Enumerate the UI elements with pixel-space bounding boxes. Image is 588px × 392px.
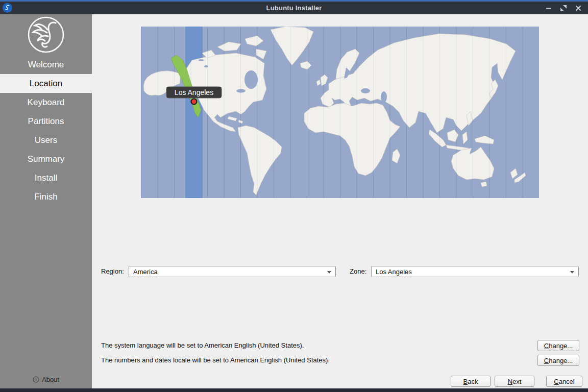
- sidebar-item-users[interactable]: Users: [0, 131, 92, 150]
- minimize-icon: [546, 5, 552, 11]
- location-page: Los Angeles Region: America Zone: Los An…: [92, 14, 588, 388]
- sidebar-item-install[interactable]: Install: [0, 168, 92, 187]
- window-controls: [545, 5, 588, 12]
- chevron-down-icon: [570, 271, 574, 274]
- region-label: Region:: [101, 266, 124, 277]
- timezone-map-svg: Los Angeles: [141, 27, 539, 198]
- city-tooltip: Los Angeles: [166, 87, 222, 98]
- language-change-button[interactable]: Change...: [537, 340, 579, 351]
- sidebar-item-label: Install: [35, 173, 57, 183]
- sidebar-item-keyboard[interactable]: Keyboard: [0, 93, 92, 112]
- about-button[interactable]: About: [0, 373, 92, 385]
- hummingbird-glyph: [4, 5, 11, 11]
- back-button[interactable]: Back: [451, 376, 491, 387]
- restore-icon: [560, 5, 567, 11]
- wizard-nav: Back Next Cancel: [92, 376, 588, 387]
- zone-value: Los Angeles: [376, 268, 412, 276]
- sidebar-item-label: Keyboard: [28, 97, 65, 108]
- sidebar-item-label: Partitions: [28, 116, 64, 127]
- sidebar-item-label: Users: [35, 135, 57, 145]
- close-button[interactable]: [575, 5, 582, 12]
- lubuntu-app-icon: [3, 3, 12, 13]
- bottom-panel-strip: [0, 388, 588, 392]
- numbers-change-button[interactable]: Change...: [537, 355, 579, 366]
- zone-label: Zone:: [350, 266, 366, 277]
- numbers-summary-text: The numbers and dates locale will be set…: [101, 355, 330, 366]
- chevron-down-icon: [327, 271, 331, 274]
- info-icon: [33, 376, 39, 383]
- cancel-button[interactable]: Cancel: [546, 376, 582, 387]
- sidebar-item-label: Location: [30, 79, 62, 89]
- sidebar: Welcome Location Keyboard Partitions Use…: [0, 14, 92, 388]
- lubuntu-logo: [0, 14, 92, 55]
- titlebar: Lubuntu Installer: [0, 0, 588, 14]
- world-timezone-map[interactable]: Los Angeles: [141, 27, 539, 198]
- sidebar-item-partitions[interactable]: Partitions: [0, 112, 92, 131]
- city-tooltip-label: Los Angeles: [175, 88, 213, 96]
- numbers-locale-row: The numbers and dates locale will be set…: [92, 355, 588, 366]
- next-button[interactable]: Next: [495, 376, 534, 387]
- language-row: The system language will be set to Ameri…: [92, 340, 588, 351]
- sidebar-item-label: Summary: [28, 154, 65, 164]
- window-title: Lubuntu Installer: [0, 4, 588, 12]
- language-summary-text: The system language will be set to Ameri…: [101, 340, 304, 351]
- lubuntu-bird-icon: [27, 15, 65, 54]
- about-label: About: [42, 376, 59, 383]
- installer-window: Lubuntu Installer: [0, 0, 588, 392]
- timezone-selectors: Region: America Zone: Los Angeles: [92, 266, 588, 277]
- region-select[interactable]: America: [129, 266, 336, 277]
- maximize-restore-button[interactable]: [560, 5, 567, 12]
- zone-select[interactable]: Los Angeles: [371, 266, 579, 277]
- sidebar-item-label: Welcome: [28, 60, 64, 70]
- city-marker-dot: [191, 99, 197, 105]
- close-icon: [575, 5, 581, 11]
- sidebar-item-summary[interactable]: Summary: [0, 150, 92, 168]
- sidebar-item-label: Finish: [34, 192, 57, 202]
- sidebar-item-welcome[interactable]: Welcome: [0, 55, 92, 74]
- sidebar-item-finish[interactable]: Finish: [0, 187, 92, 206]
- region-value: America: [133, 268, 158, 276]
- minimize-button[interactable]: [545, 5, 552, 12]
- sidebar-item-location[interactable]: Location: [0, 74, 92, 93]
